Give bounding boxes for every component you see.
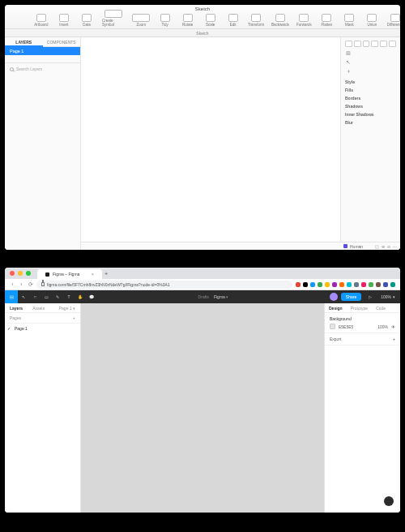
toolbar-rotate-button[interactable]: Rotate: [181, 14, 195, 27]
forward-button[interactable]: ›: [19, 281, 24, 287]
close-window-button[interactable]: [10, 271, 15, 276]
sketch-canvas[interactable]: [81, 37, 340, 250]
footer-icon-2[interactable]: ⊕: [382, 244, 385, 249]
background-opacity[interactable]: 100%: [377, 324, 388, 329]
toolbar-insert-button[interactable]: Insert: [57, 14, 71, 27]
present-button[interactable]: ▷: [364, 290, 376, 303]
plugin-icon[interactable]: [343, 244, 347, 248]
align-middle-button[interactable]: [380, 41, 387, 47]
toolbar-backwards-button[interactable]: Backwards: [272, 14, 289, 27]
toolbar-difference-button[interactable]: Difference: [387, 14, 400, 27]
move-tool-button[interactable]: ↖: [18, 290, 29, 303]
align-right-button[interactable]: [363, 41, 370, 47]
tab-components[interactable]: COMPONENTS: [43, 37, 81, 47]
extension-icon[interactable]: [347, 282, 352, 287]
new-tab-button[interactable]: +: [102, 269, 110, 279]
toolbar-scale-button[interactable]: Scale: [203, 14, 218, 27]
toolbar-create-symbol-button[interactable]: Create Symbol: [102, 10, 125, 27]
extension-icon[interactable]: [383, 282, 388, 287]
layer-search[interactable]: Search Layers: [5, 63, 80, 75]
toolbar-forwards-button[interactable]: Forwards: [296, 14, 311, 27]
minimize-window-button[interactable]: [18, 271, 23, 276]
comment-tool-button[interactable]: 💬: [86, 290, 97, 303]
figma-menu-button[interactable]: [5, 290, 18, 303]
browser-tab[interactable]: Figma – Figma ×: [37, 269, 102, 279]
toolbar-tidy-button[interactable]: Tidy: [158, 14, 173, 27]
file-name[interactable]: Figma ▾: [214, 294, 228, 299]
difference-icon: [390, 14, 400, 22]
tab-assets[interactable]: Assets: [28, 303, 49, 312]
align-top-button[interactable]: [371, 41, 378, 47]
close-tab-icon[interactable]: ×: [92, 272, 94, 277]
toolbar-edit-button[interactable]: Edit: [226, 14, 241, 27]
toolbar-label: Flatten: [321, 23, 332, 27]
toolbar-artboard-button[interactable]: Artboard: [34, 14, 49, 27]
extension-icon[interactable]: [339, 282, 344, 287]
favicon-icon: [45, 272, 49, 277]
inspector-shadows-section[interactable]: Shadows: [345, 102, 396, 110]
background-hex[interactable]: E5E5E5: [339, 324, 353, 329]
toolbar-transform-button[interactable]: Transform: [249, 14, 264, 27]
footer-icon-3[interactable]: ⊘: [387, 244, 390, 249]
inspector-inner-shadows-section[interactable]: Inner Shadows: [345, 110, 396, 118]
frame-tool-button[interactable]: ⌗: [29, 290, 40, 303]
align-bottom-button[interactable]: [389, 41, 396, 47]
figma-canvas[interactable]: [81, 303, 324, 513]
tab-prototype[interactable]: Prototype: [347, 303, 372, 312]
tab-layers[interactable]: Layers: [5, 303, 28, 312]
reload-button[interactable]: ⟳: [28, 281, 33, 287]
inspector-fills-section[interactable]: Fills: [345, 86, 396, 94]
extension-icon[interactable]: [354, 282, 359, 287]
extension-icon[interactable]: [325, 282, 330, 287]
tab-design[interactable]: Design: [325, 303, 347, 312]
tab-code[interactable]: Code: [372, 303, 390, 312]
pen-tool-button[interactable]: ✎: [52, 290, 63, 303]
background-swatch[interactable]: [330, 324, 335, 329]
inspector-style-section[interactable]: Style: [345, 78, 396, 86]
breadcrumb-parent[interactable]: Drafts: [198, 294, 209, 299]
add-icon[interactable]: ＋: [345, 68, 352, 75]
extension-icon[interactable]: [390, 282, 395, 287]
page-row[interactable]: Page 1: [5, 47, 80, 55]
constraints-icon[interactable]: ⊞: [345, 50, 352, 57]
extension-icon[interactable]: [303, 282, 308, 287]
cursor-icon[interactable]: ↖: [345, 59, 352, 66]
address-bar[interactable]: figma.com/file/5F7Cmh8nvZ3hN0zNdeW7gI/Fi…: [36, 281, 292, 289]
extension-icon[interactable]: [361, 282, 366, 287]
add-page-area[interactable]: [5, 55, 80, 63]
toolbar-data-button[interactable]: Data: [79, 14, 94, 27]
extension-icon[interactable]: [369, 282, 373, 287]
extension-icon[interactable]: [310, 282, 315, 287]
inspector-borders-section[interactable]: Borders: [345, 94, 396, 102]
shape-tool-button[interactable]: ▭: [40, 290, 52, 303]
toolbar-zoom-button[interactable]: Zoom: [133, 14, 150, 27]
footer-icon-1[interactable]: ◫: [375, 244, 379, 249]
visibility-toggle-icon[interactable]: 👁: [391, 324, 395, 329]
inspector-blur-section[interactable]: Blur: [345, 118, 396, 127]
footer-icon-4[interactable]: ⋯: [393, 244, 397, 249]
maximize-window-button[interactable]: [26, 271, 31, 276]
share-button[interactable]: Share: [341, 293, 361, 301]
add-export-button[interactable]: +: [393, 337, 395, 341]
extension-icon[interactable]: [376, 282, 381, 287]
extension-icon[interactable]: [318, 282, 322, 287]
page-selector[interactable]: Page 1 ▾: [54, 303, 80, 312]
zoom-control[interactable]: 100% ▾: [376, 294, 400, 299]
add-page-button[interactable]: +: [73, 315, 75, 320]
toolbar-union-button[interactable]: Union: [364, 14, 379, 27]
toolbar-mask-button[interactable]: Mask: [342, 14, 356, 27]
extension-icon[interactable]: [332, 282, 337, 287]
page-item[interactable]: Page 1: [5, 324, 80, 333]
align-left-button[interactable]: [345, 41, 352, 47]
extension-icon[interactable]: [296, 282, 301, 287]
avatar[interactable]: [330, 293, 338, 301]
align-center-button[interactable]: [354, 41, 361, 47]
hand-tool-button[interactable]: ✋: [75, 290, 86, 303]
back-button[interactable]: ‹: [10, 281, 15, 287]
help-fab-button[interactable]: [384, 496, 394, 506]
sketch-inspector: ⊞ ↖ ＋ StyleFillsBordersShadowsInner Shad…: [340, 37, 400, 250]
toolbar-flatten-button[interactable]: Flatten: [319, 14, 334, 27]
text-tool-button[interactable]: T: [63, 290, 75, 303]
document-tab[interactable]: Sketch: [5, 29, 400, 37]
tab-layers[interactable]: LAYERS: [5, 37, 43, 47]
